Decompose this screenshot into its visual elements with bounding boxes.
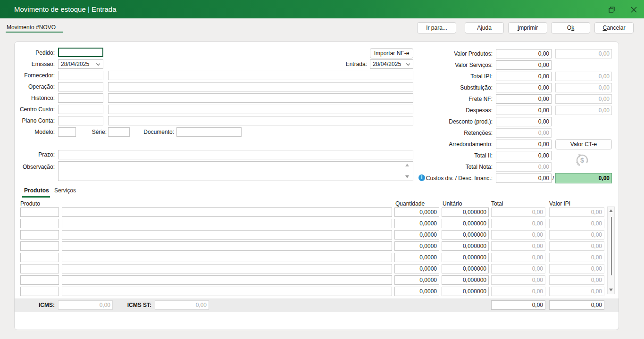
product-code-input[interactable] (20, 275, 59, 285)
cancel-button[interactable]: Cancelar (594, 22, 634, 33)
frete-nf-label: Frete NF: (400, 94, 493, 104)
product-row (15, 264, 619, 275)
valor-cte-button[interactable]: Valor CT-e (555, 139, 612, 149)
product-quantidade-input[interactable] (394, 241, 439, 251)
scrollbar-down-icon[interactable] (609, 289, 613, 291)
product-unitario-input[interactable] (442, 253, 489, 262)
valor-produtos-secondary-input (555, 49, 612, 58)
tab-servicos[interactable]: Serviços (54, 187, 76, 194)
historico-code-input[interactable] (58, 93, 103, 103)
substituicao-input[interactable] (496, 83, 552, 92)
product-valor-ipi-input (549, 275, 604, 285)
product-row (15, 275, 619, 287)
plano-conta-code-input[interactable] (58, 116, 103, 125)
product-code-input[interactable] (20, 264, 59, 273)
product-description-input[interactable] (62, 287, 392, 296)
table-scrollbar[interactable] (607, 207, 615, 294)
product-quantidade-input[interactable] (394, 219, 439, 228)
frete-nf-input[interactable] (496, 94, 552, 104)
valor-servicos-input[interactable] (496, 60, 552, 70)
product-code-input[interactable] (20, 230, 59, 240)
print-button[interactable]: Imprimir (508, 22, 547, 33)
product-code-input[interactable] (20, 241, 59, 251)
product-rows (15, 207, 619, 298)
product-unitario-input[interactable] (442, 241, 489, 251)
tab-produtos[interactable]: Produtos (24, 187, 49, 194)
pedido-input[interactable] (58, 48, 103, 57)
arredondamento-input[interactable] (496, 140, 552, 149)
centro-custo-code-input[interactable] (58, 105, 103, 114)
product-quantidade-input[interactable] (394, 230, 439, 240)
product-row (15, 207, 619, 219)
entrada-label: Entrada: (317, 59, 367, 69)
product-description-input[interactable] (62, 275, 392, 285)
product-unitario-input[interactable] (442, 230, 489, 240)
go-to-button[interactable]: Ir para... (417, 22, 456, 33)
icms-st-label: ICMS ST: (100, 300, 151, 310)
total-nota-input (496, 162, 552, 172)
close-icon (631, 7, 637, 13)
product-description-input[interactable] (62, 230, 392, 240)
documento-input[interactable] (176, 127, 242, 137)
centro-custo-description-input[interactable] (108, 105, 413, 114)
help-button[interactable]: Ajuda (465, 22, 504, 33)
historico-description-input[interactable] (108, 93, 413, 103)
scrollbar-thumb[interactable] (611, 217, 612, 275)
ok-button[interactable]: Ok (551, 22, 590, 33)
product-code-input[interactable] (20, 253, 59, 262)
product-unitario-input[interactable] (442, 264, 489, 273)
product-code-input[interactable] (20, 207, 59, 217)
product-description-input[interactable] (62, 253, 392, 262)
restore-icon (609, 7, 615, 13)
fornecedor-description-input[interactable] (108, 71, 413, 80)
product-code-input[interactable] (20, 287, 59, 296)
titlebar: Movimento de estoque | Entrada (0, 0, 644, 18)
plano-conta-description-input[interactable] (108, 116, 413, 125)
observacao-textarea[interactable] (58, 161, 413, 181)
total-ii-input[interactable] (496, 151, 552, 160)
operacao-label: Operação: (15, 82, 55, 91)
icms-label: ICMS: (15, 300, 55, 310)
maximize-restore-button[interactable] (604, 2, 619, 17)
form-panel: Pedido: Emissão: 28/04/2025 Fornecedor: … (14, 41, 619, 330)
close-button[interactable] (627, 2, 641, 17)
custos-div-input[interactable] (496, 174, 552, 183)
product-description-input[interactable] (62, 241, 392, 251)
tab-movimento-novo[interactable]: Movimento #NOVO (7, 23, 56, 33)
product-unitario-input[interactable] (442, 219, 489, 228)
total-ipi-input[interactable] (496, 72, 552, 81)
valor-ipi-sum-input (549, 300, 604, 310)
product-row (15, 219, 619, 230)
desconto-prod-input[interactable] (496, 117, 552, 126)
scroll-down-icon[interactable] (405, 175, 409, 178)
product-description-input[interactable] (62, 219, 392, 228)
product-quantidade-input[interactable] (394, 287, 439, 296)
desconto-financeiro-highlight-input[interactable] (555, 173, 612, 183)
operacao-code-input[interactable] (58, 82, 103, 91)
product-total-input (491, 264, 545, 273)
column-header-unitario: Unitário (443, 200, 462, 207)
retencoes-input (496, 128, 552, 138)
product-quantidade-input[interactable] (394, 264, 439, 273)
product-unitario-input[interactable] (442, 275, 489, 285)
fornecedor-label: Fornecedor: (15, 71, 55, 80)
total-ii-label: Total II: (400, 151, 493, 160)
icms-st-input (155, 300, 209, 310)
prazo-input[interactable] (58, 150, 413, 159)
fornecedor-code-input[interactable] (58, 71, 103, 80)
despesas-secondary-input (555, 106, 612, 115)
product-unitario-input[interactable] (442, 287, 489, 296)
product-quantidade-input[interactable] (394, 253, 439, 262)
product-code-input[interactable] (20, 219, 59, 228)
valor-produtos-input[interactable] (496, 49, 552, 58)
product-description-input[interactable] (62, 207, 392, 217)
operacao-description-input[interactable] (108, 82, 413, 91)
product-quantidade-input[interactable] (394, 275, 439, 285)
product-quantidade-input[interactable] (394, 207, 439, 217)
emissao-date-select[interactable]: 28/04/2025 (58, 59, 103, 69)
product-description-input[interactable] (62, 264, 392, 273)
product-total-input (491, 275, 545, 285)
product-unitario-input[interactable] (442, 207, 489, 217)
scrollbar-up-icon[interactable] (609, 209, 613, 212)
despesas-input[interactable] (496, 106, 552, 115)
